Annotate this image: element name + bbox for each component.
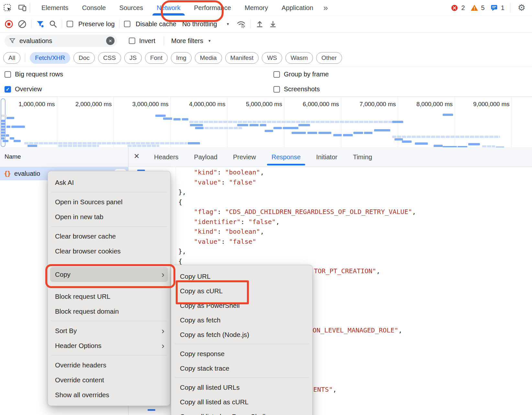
network-toolbar: Preserve log Disable cache No throttling… [0, 16, 532, 33]
import-har-icon[interactable] [255, 20, 264, 28]
tab-performance[interactable]: Performance [187, 0, 238, 16]
more-filters-dropdown-icon[interactable]: ▼ [208, 39, 211, 43]
waterfall-bar [260, 124, 266, 126]
network-overview-timeline[interactable]: 1,000,000 ms2,000,000 ms3,000,000 ms4,00… [0, 96, 532, 148]
menu-item-clear-browser-cookies[interactable]: Clear browser cookies [48, 244, 170, 259]
menu-item-sort-by[interactable]: Sort By› [48, 323, 170, 338]
menu-item-ask-ai[interactable]: Ask AI [48, 175, 170, 190]
chip-css[interactable]: CSS [98, 52, 121, 64]
invert-label: Invert [139, 37, 155, 45]
chip-fetch-xhr[interactable]: Fetch/XHR [30, 52, 70, 64]
throttling-dropdown-icon[interactable]: ▼ [226, 22, 230, 26]
menu-item-copy-stack-trace[interactable]: Copy stack trace [171, 361, 312, 376]
device-toolbar-icon[interactable] [15, 0, 30, 16]
chip-font[interactable]: Font [145, 52, 168, 64]
menu-item-header-options[interactable]: Header Options› [48, 338, 170, 353]
network-conditions-icon[interactable] [236, 19, 246, 28]
waterfall-bar [333, 134, 342, 136]
inspect-element-icon[interactable] [0, 0, 15, 16]
screenshots-checkbox[interactable] [273, 86, 280, 93]
chip-ws[interactable]: WS [262, 52, 282, 64]
issues-count[interactable]: 1 [501, 4, 504, 12]
filter-input-pill[interactable]: ✕ [5, 35, 117, 47]
chip-manifest[interactable]: Manifest [225, 52, 259, 64]
disable-cache-checkbox[interactable] [124, 21, 130, 27]
request-name: evaluatio [14, 170, 40, 177]
close-detail-icon[interactable]: ✕ [131, 151, 142, 161]
menu-item-override-content[interactable]: Override content [48, 373, 170, 387]
menu-item-copy-all-listed-as-powershell[interactable]: Copy all listed as PowerShell [171, 409, 312, 415]
error-icon[interactable] [451, 4, 458, 12]
waterfall-bar [6, 126, 10, 128]
record-network-log-icon[interactable] [5, 20, 13, 28]
group-by-frame-checkbox[interactable] [273, 71, 280, 78]
menu-item-copy[interactable]: Copy› [50, 267, 168, 282]
menu-item-copy-response[interactable]: Copy response [171, 346, 312, 361]
menu-item-show-all-overrides[interactable]: Show all overrides [48, 387, 170, 402]
tab-sources[interactable]: Sources [113, 0, 150, 16]
detail-tab-timing[interactable]: Timing [345, 147, 380, 167]
error-count[interactable]: 2 [461, 4, 465, 12]
detail-tab-payload[interactable]: Payload [186, 147, 225, 167]
waterfall-bar [127, 145, 159, 147]
menu-item-copy-as-fetch[interactable]: Copy as fetch [171, 313, 312, 327]
issues-icon[interactable] [490, 4, 498, 12]
menu-item-open-in-new-tab[interactable]: Open in new tab [48, 209, 170, 224]
chip-img[interactable]: Img [171, 52, 192, 64]
menu-item-clear-browser-cache[interactable]: Clear browser cache [48, 229, 170, 244]
clear-network-log-icon[interactable] [18, 20, 27, 28]
chip-all[interactable]: All [3, 52, 20, 64]
invert-checkbox[interactable] [129, 38, 135, 44]
warning-icon[interactable] [471, 4, 478, 12]
big-request-rows-checkbox[interactable] [5, 71, 11, 78]
timeline-label: 7,000,000 ms [360, 101, 398, 108]
menu-item-label: Copy all listed as cURL [180, 398, 249, 406]
menu-item-block-request-domain[interactable]: Block request domain [48, 304, 170, 319]
warning-count[interactable]: 5 [481, 4, 485, 12]
throttling-select[interactable]: No throttling [182, 20, 217, 28]
more-filters-button[interactable]: More filters [171, 37, 203, 45]
fold-marker-icon[interactable] [148, 409, 155, 411]
menu-item-copy-as-powershell[interactable]: Copy as PowerShell [171, 298, 312, 313]
filter-icon[interactable] [36, 20, 44, 28]
tab-memory[interactable]: Memory [238, 0, 275, 16]
menu-item-copy-as-curl[interactable]: Copy as cURL [171, 284, 312, 298]
tab-console[interactable]: Console [75, 0, 112, 16]
chip-media[interactable]: Media [195, 52, 222, 64]
menu-separator [48, 224, 170, 229]
settings-gear-icon[interactable]: ⚙ [513, 3, 530, 13]
menu-item-copy-all-listed-as-curl[interactable]: Copy all listed as cURL [171, 395, 312, 409]
detail-tab-initiator[interactable]: Initiator [308, 147, 345, 167]
tab-application[interactable]: Application [275, 0, 320, 16]
menu-item-copy-all-listed-urls[interactable]: Copy all listed URLs [171, 380, 312, 395]
tab-network[interactable]: Network [150, 0, 187, 16]
filter-text-input[interactable] [19, 37, 106, 45]
chip-wasm[interactable]: Wasm [285, 52, 313, 64]
response-line-fragment: TOR_PT_CREATION", [314, 267, 380, 275]
chip-js[interactable]: JS [124, 52, 142, 64]
waterfall-bar [392, 136, 500, 138]
preserve-log-checkbox[interactable] [67, 21, 73, 27]
clear-filter-icon[interactable]: ✕ [106, 37, 115, 45]
overview-checkbox[interactable]: ✓ [5, 86, 11, 93]
menu-item-block-request-url[interactable]: Block request URL [48, 289, 170, 304]
detail-tab-preview[interactable]: Preview [225, 147, 264, 167]
menu-item-copy-url[interactable]: Copy URL [171, 269, 312, 284]
menu-item-override-headers[interactable]: Override headers [48, 358, 170, 373]
menu-item-copy-as-fetch-node-js[interactable]: Copy as fetch (Node.js) [171, 327, 312, 342]
name-column-header[interactable]: Name [5, 153, 21, 160]
menu-item-label: Copy all listed as PowerShell [180, 413, 265, 415]
detail-tab-headers[interactable]: Headers [146, 147, 186, 167]
tab-elements[interactable]: Elements [35, 0, 75, 16]
menu-item-label: Sort By [55, 327, 77, 334]
more-tabs-icon[interactable]: » [320, 1, 331, 15]
chip-other[interactable]: Other [316, 52, 342, 64]
chip-doc[interactable]: Doc [73, 52, 95, 64]
waterfall-bar [318, 132, 331, 134]
waterfall-bar [307, 132, 317, 134]
menu-item-label: Override headers [55, 361, 106, 369]
export-har-icon[interactable] [269, 20, 277, 28]
detail-tab-response[interactable]: Response [264, 147, 308, 167]
menu-item-open-in-sources-panel[interactable]: Open in Sources panel [48, 195, 170, 209]
search-icon[interactable] [49, 20, 57, 28]
